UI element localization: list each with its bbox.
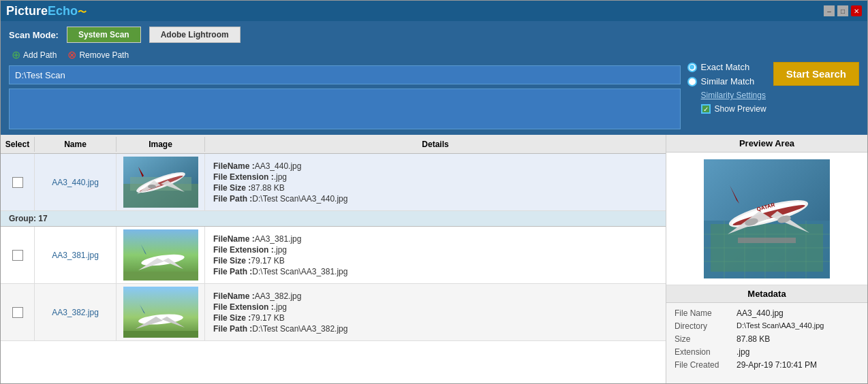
title-bar: PictureEcho〜 – □ ✕ — [1, 1, 867, 21]
minimize-button[interactable]: – — [824, 5, 835, 16]
detail-filepath-3: File Path : D:\Test Scan\AA3_382.jpg — [213, 324, 657, 334]
close-button[interactable]: ✕ — [851, 5, 862, 16]
title-bar-left: PictureEcho〜 — [6, 4, 87, 18]
table-row: AA3_382.jpg — [1, 284, 666, 341]
meta-extension-key: Extension — [675, 347, 732, 357]
extension-value-1: .jpg — [274, 172, 287, 182]
meta-row-directory: Directory D:\Test Scan\AA3_440.jpg — [675, 321, 859, 331]
aircraft-thumbnail-3 — [123, 287, 198, 338]
row-name-3: AA3_382.jpg — [35, 284, 117, 340]
row-image-2 — [117, 227, 205, 283]
table-row: AA3_381.jpg — [1, 227, 666, 284]
table-row: AA3_440.jpg — [1, 154, 666, 211]
meta-file-created-val: 29-Apr-19 7:10:41 PM — [737, 360, 817, 370]
preview-image-box: QATAR — [666, 153, 867, 285]
similarity-settings-link[interactable]: Similarity Settings — [701, 91, 766, 100]
maximize-button[interactable]: □ — [837, 5, 848, 16]
meta-filename-val: AA3_440.jpg — [737, 308, 784, 318]
exact-match-radio[interactable] — [687, 63, 697, 72]
filesize-value-1: 87.88 KB — [251, 183, 284, 193]
filename-value-3: AA3_382.jpg — [255, 291, 302, 301]
filepath-label-1: File Path : — [213, 194, 252, 204]
col-image-header: Image — [117, 137, 205, 152]
similar-match-radio[interactable] — [687, 77, 697, 86]
logo-wave-icon: 〜 — [78, 7, 87, 17]
detail-filename-3: FileName : AA3_382.jpg — [213, 291, 657, 301]
meta-filename-key: File Name — [675, 308, 732, 318]
row-details-3: FileName : AA3_382.jpg File Extension : … — [205, 284, 666, 340]
detail-filesize-3: File Size : 79.17 KB — [213, 313, 657, 323]
meta-size-val: 87.88 KB — [737, 334, 770, 344]
meta-row-extension: Extension .jpg — [675, 347, 859, 357]
filesize-label-3: File Size : — [213, 313, 251, 323]
meta-row-size: Size 87.88 KB — [675, 334, 859, 344]
col-details-header: Details — [205, 137, 666, 152]
detail-extension-2: File Extension : .jpg — [213, 245, 657, 255]
add-path-label: Add Path — [23, 50, 57, 60]
similar-match-label: Similar Match — [701, 76, 755, 86]
filename-label-2: FileName : — [213, 234, 255, 244]
meta-extension-val: .jpg — [737, 347, 749, 357]
filename-value-1: AA3_440.jpg — [255, 161, 302, 171]
meta-size-key: Size — [675, 334, 732, 344]
adobe-lightroom-button[interactable]: Adobe Lightroom — [149, 27, 241, 43]
path-actions-row: ⊕ Add Path ⊗ Remove Path — [9, 47, 681, 63]
logo-picture: Picture — [6, 4, 48, 18]
window-controls: – □ ✕ — [824, 5, 862, 16]
extension-label-3: File Extension : — [213, 302, 274, 312]
meta-directory-val: D:\Test Scan\AA3_440.jpg — [737, 321, 824, 331]
start-search-container: Start Search — [773, 62, 859, 86]
aircraft-thumbnail-2 — [123, 229, 198, 281]
svg-point-10 — [148, 185, 156, 189]
row-checkbox-2[interactable] — [12, 250, 23, 261]
row-name-2: AA3_381.jpg — [35, 227, 117, 283]
row-select-3 — [1, 284, 35, 340]
aircraft-thumbnail-1 — [123, 157, 198, 208]
row-checkbox-1[interactable] — [12, 177, 23, 188]
svg-rect-35 — [738, 238, 796, 243]
extension-label-1: File Extension : — [213, 172, 274, 182]
extension-value-3: .jpg — [274, 302, 287, 312]
row-details-1: FileName : AA3_440.jpg File Extension : … — [205, 154, 666, 210]
row-checkbox-3[interactable] — [12, 307, 23, 318]
detail-filename-2: FileName : AA3_381.jpg — [213, 234, 657, 244]
meta-file-created-key: File Created — [675, 360, 732, 370]
preview-image: QATAR — [704, 159, 830, 278]
show-preview-checkbox[interactable]: ✓ — [701, 104, 711, 114]
exact-match-label: Exact Match — [701, 62, 750, 72]
filename-label-3: FileName : — [213, 291, 255, 301]
path-input[interactable] — [9, 65, 681, 84]
group-row: Group: 17 — [1, 211, 666, 227]
preview-header: Preview Area — [666, 135, 867, 153]
filesize-label-1: File Size : — [213, 183, 251, 193]
app-logo: PictureEcho〜 — [6, 4, 87, 18]
scan-mode-row: Scan Mode: System Scan Adobe Lightroom — [9, 27, 859, 43]
filesize-label-2: File Size : — [213, 256, 251, 266]
svg-rect-17 — [123, 272, 198, 281]
filesize-value-3: 79.17 KB — [251, 313, 284, 323]
extension-label-2: File Extension : — [213, 245, 274, 255]
system-scan-button[interactable]: System Scan — [67, 27, 141, 43]
exact-match-row[interactable]: Exact Match — [687, 62, 766, 72]
remove-path-label: Remove Path — [79, 50, 129, 60]
filename-value-2: AA3_381.jpg — [255, 234, 302, 244]
match-options: Exact Match Similar Match Similarity Set… — [687, 62, 766, 114]
start-search-button[interactable]: Start Search — [773, 62, 859, 86]
main-area: Select Name Image Details AA3_440.jpg — [1, 135, 867, 383]
checkmark-icon: ✓ — [703, 106, 709, 113]
metadata-table: File Name AA3_440.jpg Directory D:\Test … — [666, 303, 867, 375]
path-section: ⊕ Add Path ⊗ Remove Path — [9, 47, 681, 129]
preview-panel: Preview Area — [666, 135, 867, 383]
show-preview-row: ✓ Show Preview — [701, 104, 766, 114]
similar-match-row[interactable]: Similar Match — [687, 76, 766, 86]
top-area: Scan Mode: System Scan Adobe Lightroom ⊕… — [1, 21, 867, 135]
remove-icon: ⊗ — [67, 48, 76, 61]
detail-extension-3: File Extension : .jpg — [213, 302, 657, 312]
metadata-header: Metadata — [666, 285, 867, 303]
remove-path-button[interactable]: ⊗ Remove Path — [65, 47, 131, 63]
row-image-3 — [117, 284, 205, 340]
filesize-value-2: 79.17 KB — [251, 256, 284, 266]
filepath-value-1: D:\Test Scan\AA3_440.jpg — [252, 194, 347, 204]
add-path-button[interactable]: ⊕ Add Path — [9, 47, 59, 63]
meta-row-file-created: File Created 29-Apr-19 7:10:41 PM — [675, 360, 859, 370]
